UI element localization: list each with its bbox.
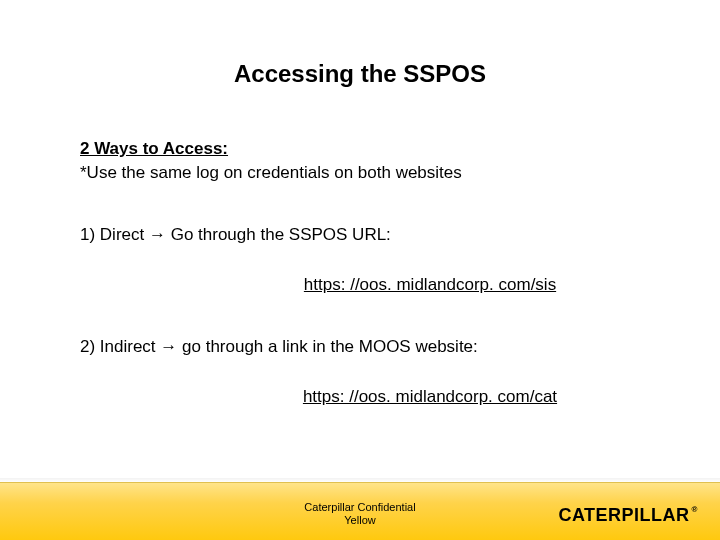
slide: Accessing the SSPOS 2 Ways to Access: *U… [0,0,720,540]
footer-band: Caterpillar Confidential Yellow CATERPIL… [0,482,720,540]
confidential-line-2: Yellow [344,514,375,526]
link-2[interactable]: https: //oos. midlandcorp. com/cat [80,386,640,408]
method-1: 1) Direct → Go through the SSPOS URL: [80,224,640,246]
credentials-note: *Use the same log on credentials on both… [80,162,640,184]
content-area: 2 Ways to Access: *Use the same log on c… [80,138,640,409]
method-2: 2) Indirect → go through a link in the M… [80,336,640,358]
logo-text: CATERPILLAR® [558,506,698,524]
caterpillar-logo: CATERPILLAR® [558,498,698,524]
slide-title: Accessing the SSPOS [0,60,720,88]
ways-heading: 2 Ways to Access: [80,138,640,160]
logo-word: CATERPILLAR [558,505,689,525]
registered-icon: ® [692,505,698,514]
confidential-line-1: Caterpillar Confidential [304,501,415,513]
link-1[interactable]: https: //oos. midlandcorp. com/sis [80,274,640,296]
